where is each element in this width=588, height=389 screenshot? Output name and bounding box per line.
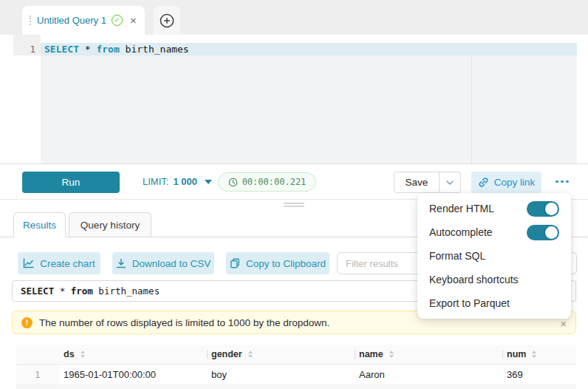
chart-icon	[23, 258, 34, 268]
table-row[interactable]: 1 1965-01-01T00:00:00 boy Aaron 369	[16, 365, 576, 385]
create-chart-label: Create chart	[40, 258, 95, 269]
warning-icon: !	[21, 317, 33, 328]
editor-empty-area[interactable]	[41, 55, 577, 163]
tab-results[interactable]: Results	[13, 212, 66, 237]
limit-label: LIMIT:	[143, 176, 168, 187]
menu-item-export-parquet[interactable]: Export to Parquet	[417, 291, 571, 315]
sql-editor[interactable]: 1 SELECT * from birth_names	[0, 35, 588, 164]
link-icon	[478, 177, 489, 188]
cell-name: Aaron	[355, 365, 502, 385]
download-icon	[116, 258, 126, 268]
sql-table-name: birth_names	[93, 285, 160, 297]
sql-operator: *	[54, 285, 71, 297]
editor-print-margin	[471, 55, 472, 163]
column-label: gender	[211, 349, 242, 359]
menu-item-format-sql[interactable]: Format SQL	[417, 244, 571, 268]
menu-item-keyboard-shortcuts[interactable]: Keyboard shortcuts	[417, 268, 571, 291]
copy-clipboard-button[interactable]: Copy to Clipboard	[226, 252, 329, 274]
menu-item-label: Render HTML	[429, 203, 494, 214]
elapsed-time: 00:00:00.221	[242, 177, 307, 187]
menu-item-label: Keyboard shortcuts	[429, 274, 519, 285]
options-menu: Render HTML Autocomplete Format SQL Keyb…	[417, 193, 571, 319]
limit-dropdown[interactable]: LIMIT: 1 000	[143, 164, 212, 199]
column-header-gender[interactable]: gender	[207, 345, 355, 364]
sql-table-name: birth_names	[120, 43, 189, 55]
menu-item-label: Export to Parquet	[429, 297, 510, 309]
column-header-name[interactable]: name	[355, 345, 502, 364]
menu-item-render-html[interactable]: Render HTML	[417, 197, 571, 220]
cell-num: 369	[502, 365, 576, 385]
copy-icon	[230, 258, 240, 268]
cell-gender: boy	[207, 365, 355, 385]
run-button[interactable]: Run	[22, 172, 120, 193]
ellipsis-icon	[566, 180, 569, 183]
sql-keyword: SELECT	[44, 43, 79, 55]
save-split-button: Save	[394, 172, 461, 193]
row-index: 1	[16, 365, 59, 385]
copy-link-button[interactable]: Copy link	[471, 172, 541, 193]
caret-down-icon	[205, 180, 212, 184]
limit-value: 1 000	[173, 176, 197, 187]
index-column-header	[16, 345, 59, 364]
tab-untitled-query-1[interactable]: Untitled Query 1 ✓ ×	[22, 6, 145, 35]
editor-active-line[interactable]: SELECT * from birth_names	[41, 43, 577, 55]
query-tab-bar: Untitled Query 1 ✓ ×	[0, 0, 588, 35]
table-header-row: ds gender name num	[16, 345, 576, 365]
sql-operator: *	[79, 43, 96, 55]
plus-circle-icon	[160, 13, 174, 28]
add-tab-button[interactable]	[154, 6, 180, 35]
sort-icon[interactable]	[532, 351, 536, 358]
table-row-partial	[16, 385, 576, 389]
chevron-down-icon	[446, 180, 454, 185]
save-button[interactable]: Save	[394, 172, 440, 193]
line-number: 1	[13, 43, 35, 55]
sort-icon[interactable]	[81, 351, 85, 358]
toggle-knob	[545, 203, 558, 215]
create-chart-button[interactable]: Create chart	[18, 252, 100, 274]
menu-item-autocomplete[interactable]: Autocomplete	[417, 220, 571, 244]
sort-icon[interactable]	[248, 351, 253, 358]
sql-keyword: from	[96, 43, 119, 55]
query-timer-badge: 00:00:00.221	[218, 172, 316, 192]
render-html-toggle[interactable]	[527, 201, 559, 217]
toggle-knob	[545, 226, 558, 239]
save-dropdown-button[interactable]	[440, 172, 461, 193]
column-header-ds[interactable]: ds	[59, 345, 207, 364]
ellipsis-icon	[555, 180, 558, 183]
column-label: name	[359, 349, 383, 359]
autocomplete-toggle[interactable]	[527, 225, 559, 240]
copy-clipboard-label: Copy to Clipboard	[246, 258, 326, 269]
copy-link-label: Copy link	[494, 177, 536, 188]
close-icon[interactable]: ×	[130, 15, 137, 26]
sql-keyword: from	[71, 285, 93, 297]
tab-query-history[interactable]: Query history	[69, 212, 151, 237]
results-table: ds gender name num 1 1965-01-01T00:00:00…	[16, 345, 576, 389]
download-csv-label: Download to CSV	[132, 258, 211, 269]
menu-item-label: Format SQL	[429, 250, 485, 262]
cell-ds: 1965-01-01T00:00:00	[59, 365, 207, 385]
warning-message: The number of rows displayed is limited …	[39, 317, 329, 328]
menu-item-label: Autocomplete	[429, 226, 493, 238]
clock-icon	[228, 177, 238, 187]
sort-icon[interactable]	[389, 351, 394, 358]
column-header-num[interactable]: num	[502, 345, 576, 364]
drag-handle-icon[interactable]	[30, 16, 31, 25]
pane-resize-handle[interactable]	[284, 203, 304, 209]
check-circle-icon: ✓	[112, 15, 123, 26]
ellipsis-icon	[561, 180, 564, 183]
tab-title: Untitled Query 1	[37, 15, 106, 26]
column-label: num	[507, 349, 526, 359]
download-csv-button[interactable]: Download to CSV	[112, 252, 214, 274]
column-label: ds	[64, 349, 75, 359]
sql-keyword: SELECT	[21, 285, 54, 297]
